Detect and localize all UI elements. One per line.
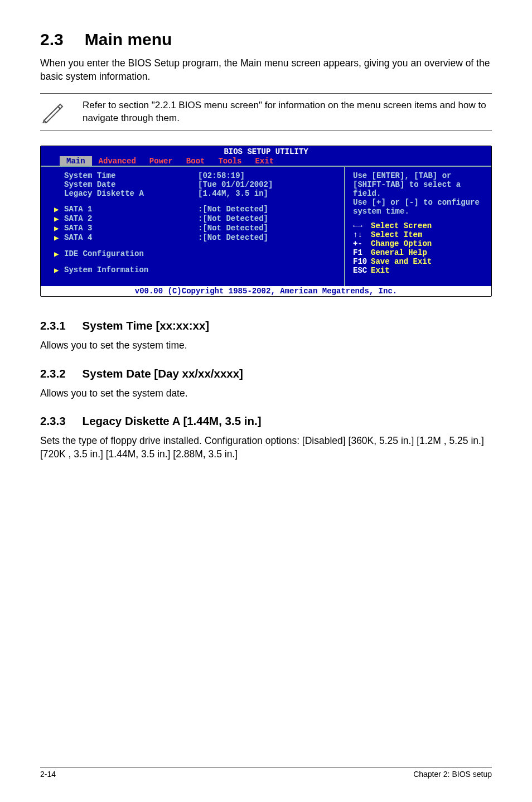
bios-submenu: System Information [64,265,198,275]
bios-field-label: SATA 2 [64,214,198,224]
bios-help-text: Use [ENTER], [TAB] or [SHIFT-TAB] to sel… [353,171,483,216]
subsection-title: System Date [Day xx/xx/xxxx] [83,367,243,380]
bios-field-label: SATA 3 [64,224,198,233]
subsection-body: Allows you to set the system date. [40,387,492,400]
section-title: Main menu [85,30,172,49]
submenu-arrow-icon: ▶ [54,249,64,259]
subsection-heading: 2.3.3 Legacy Diskette A [1.44M, 3.5 in.] [40,414,492,428]
page-footer: 2-14 Chapter 2: BIOS setup [40,767,492,779]
subsection-body: Allows you to set the system time. [40,339,492,352]
key-icon: ←→ [353,221,371,230]
note-text: Refer to section "2.2.1 BIOS menu screen… [83,99,492,125]
subsection-title: System Time [xx:xx:xx] [83,319,210,332]
bios-field-value: [02:58:19] [198,171,245,180]
key-icon: F1 [353,248,371,257]
bios-field-label: SATA 4 [64,233,198,243]
bios-field-value: :[Not Detected] [198,214,268,224]
section-heading: 2.3 Main menu [40,30,492,49]
bios-field-value: [1.44M, 3.5 in] [198,189,268,198]
subsection-heading: 2.3.2 System Date [Day xx/xx/xxxx] [40,367,492,380]
bios-tab-advanced: Advanced [92,156,143,166]
bios-main-panel: System Time[02:58:19] System Date[Tue 01… [41,167,345,286]
submenu-arrow-icon: ▶ [54,265,64,275]
key-icon: ↑↓ [353,230,371,239]
submenu-arrow-icon: ▶ [54,205,64,214]
note-block: Refer to section "2.2.1 BIOS menu screen… [40,93,492,131]
subsection-body: Sets the type of floppy drive installed.… [40,434,492,461]
key-icon: F10 [353,257,371,266]
chapter-label: Chapter 2: BIOS setup [413,770,492,779]
key-icon: +- [353,239,371,248]
bios-screenshot: BIOS SETUP UTILITY Main Advanced Power B… [40,146,492,297]
bios-field-value: :[Not Detected] [198,205,268,214]
bios-field-value: [Tue 01/01/2002] [198,180,273,189]
submenu-arrow-icon: ▶ [54,224,64,233]
bios-field-value: :[Not Detected] [198,224,268,233]
bios-help-panel: Use [ENTER], [TAB] or [SHIFT-TAB] to sel… [345,167,491,286]
bios-tab-power: Power [143,156,180,166]
intro-paragraph: When you enter the BIOS Setup program, t… [40,57,492,83]
bios-tab-exit: Exit [248,156,280,166]
bios-field-label: System Date [64,180,198,189]
key-icon: ESC [353,266,371,275]
subsection-heading: 2.3.1 System Time [xx:xx:xx] [40,319,492,332]
subsection-number: 2.3.2 [40,367,66,380]
bios-key-legend: ←→Select Screen ↑↓Select Item +-Change O… [353,221,483,275]
bios-tab-tools: Tools [211,156,248,166]
bios-field-label: System Time [64,171,198,180]
bios-footer: v00.00 (C)Copyright 1985-2002, American … [41,286,491,296]
submenu-arrow-icon: ▶ [54,214,64,224]
bios-field-value: :[Not Detected] [198,233,268,243]
bios-title: BIOS SETUP UTILITY [41,146,491,156]
page-number: 2-14 [40,770,56,779]
bios-tabs: Main Advanced Power Boot Tools Exit [41,156,491,166]
subsection-number: 2.3.1 [40,319,66,332]
bios-field-label: SATA 1 [64,205,198,214]
subsection-number: 2.3.3 [40,414,66,428]
section-number: 2.3 [40,30,64,49]
subsection-title: Legacy Diskette A [1.44M, 3.5 in.] [83,414,262,428]
bios-tab-boot: Boot [180,156,212,166]
pencil-note-icon [40,101,67,123]
bios-submenu: IDE Configuration [64,249,198,259]
bios-tab-main: Main [60,156,92,166]
submenu-arrow-icon: ▶ [54,233,64,243]
bios-field-label: Legacy Diskette A [64,189,198,198]
